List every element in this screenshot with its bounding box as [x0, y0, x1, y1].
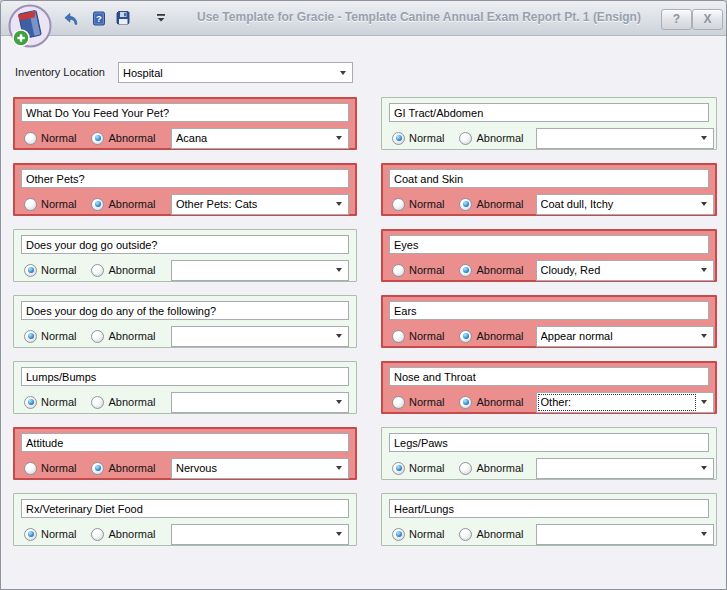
abnormal-radio-label: Abnormal	[108, 330, 155, 342]
value-combobox[interactable]	[536, 128, 714, 149]
normal-radio-label: Normal	[409, 198, 444, 210]
panel-title-field[interactable]	[389, 103, 709, 122]
normal-radio[interactable]	[392, 132, 405, 145]
app-icon	[7, 3, 53, 49]
normal-radio[interactable]	[392, 528, 405, 541]
abnormal-radio-label: Abnormal	[108, 198, 155, 210]
value-combobox[interactable]: Other:	[536, 392, 714, 413]
normal-radio[interactable]	[392, 462, 405, 475]
normal-radio[interactable]	[24, 396, 37, 409]
help-icon: ?	[91, 10, 107, 27]
normal-radio-label: Normal	[41, 528, 76, 540]
abnormal-radio[interactable]	[459, 264, 472, 277]
normal-radio-label: Normal	[41, 330, 76, 342]
value-combobox[interactable]: Nervous	[171, 458, 349, 479]
title-bar: Use Template for Gracie - Template Canin…	[1, 1, 726, 36]
exam-panel-other-pets: Normal Abnormal Other Pets: Cats	[13, 163, 357, 216]
value-combobox[interactable]: Appear normal	[536, 326, 714, 347]
normal-radio[interactable]	[392, 396, 405, 409]
normal-radio[interactable]	[24, 198, 37, 211]
normal-radio[interactable]	[392, 264, 405, 277]
panel-title-field[interactable]	[389, 367, 709, 386]
help-button[interactable]: ?	[89, 8, 109, 28]
right-column: Normal Abnormal Normal Abnormal	[381, 97, 717, 546]
value-combobox[interactable]: Other Pets: Cats	[171, 194, 349, 215]
normal-radio-label: Normal	[41, 264, 76, 276]
abnormal-radio[interactable]	[459, 132, 472, 145]
abnormal-radio[interactable]	[459, 330, 472, 343]
panel-title-field[interactable]	[389, 433, 709, 452]
abnormal-radio-label: Abnormal	[476, 396, 523, 408]
abnormal-radio[interactable]	[91, 264, 104, 277]
abnormal-radio[interactable]	[459, 396, 472, 409]
inventory-location-combobox[interactable]: Hospital	[118, 62, 353, 83]
exam-panel-ears: Normal Abnormal Appear normal	[381, 295, 717, 348]
normal-radio-label: Normal	[409, 462, 444, 474]
exam-panel-eyes: Normal Abnormal Cloudy, Red	[381, 229, 717, 282]
abnormal-radio[interactable]	[91, 528, 104, 541]
value-combobox[interactable]: Acana	[171, 128, 349, 149]
panel-title-field[interactable]	[21, 433, 349, 452]
value-combobox[interactable]	[171, 392, 349, 413]
exam-panel-grid: Normal Abnormal Acana Normal Abnormal	[13, 97, 717, 546]
chevron-down-icon	[336, 400, 342, 404]
toolbar-overflow-icon	[153, 10, 169, 26]
normal-radio-label: Normal	[409, 264, 444, 276]
abnormal-radio[interactable]	[459, 462, 472, 475]
exam-panel-coat-and-skin: Normal Abnormal Coat dull, Itchy	[381, 163, 717, 216]
chevron-down-icon	[701, 202, 707, 206]
combobox-value: Cloudy, Red	[541, 264, 701, 276]
abnormal-radio-label: Abnormal	[476, 528, 523, 540]
value-combobox[interactable]	[171, 326, 349, 347]
normal-radio[interactable]	[24, 528, 37, 541]
combobox-value: Coat dull, Itchy	[541, 198, 701, 210]
value-combobox[interactable]	[171, 524, 349, 545]
normal-radio[interactable]	[24, 132, 37, 145]
save-button[interactable]	[113, 8, 133, 28]
normal-radio[interactable]	[24, 330, 37, 343]
value-combobox[interactable]	[536, 458, 714, 479]
normal-radio[interactable]	[392, 330, 405, 343]
abnormal-radio[interactable]	[91, 132, 104, 145]
exam-panel-does-your-dog-go-outside: Normal Abnormal	[13, 229, 357, 282]
value-combobox[interactable]	[536, 524, 714, 545]
panel-title-field[interactable]	[21, 169, 349, 188]
value-combobox[interactable]: Cloudy, Red	[536, 260, 714, 281]
abnormal-radio[interactable]	[91, 396, 104, 409]
normal-radio[interactable]	[24, 264, 37, 277]
window-close-button[interactable]: X	[692, 9, 723, 30]
panel-title-field[interactable]	[21, 103, 349, 122]
toolbar-overflow-button[interactable]	[151, 8, 171, 28]
panel-title-field[interactable]	[389, 169, 709, 188]
value-combobox[interactable]: Coat dull, Itchy	[536, 194, 714, 215]
exam-panel-does-your-dog-do-any-of-the-following: Normal Abnormal	[13, 295, 357, 348]
save-icon	[115, 10, 131, 26]
panel-title-field[interactable]	[21, 235, 349, 254]
combobox-value: Acana	[176, 132, 336, 144]
value-combobox[interactable]	[171, 260, 349, 281]
left-column: Normal Abnormal Acana Normal Abnormal	[13, 97, 357, 546]
normal-radio[interactable]	[24, 462, 37, 475]
panel-title-field[interactable]	[21, 499, 349, 518]
abnormal-radio[interactable]	[91, 330, 104, 343]
chevron-down-icon	[336, 136, 342, 140]
abnormal-radio[interactable]	[91, 198, 104, 211]
panel-title-field[interactable]	[21, 367, 349, 386]
panel-title-field[interactable]	[389, 301, 709, 320]
abnormal-radio[interactable]	[459, 198, 472, 211]
combobox-value: Appear normal	[541, 330, 701, 342]
abnormal-radio[interactable]	[459, 528, 472, 541]
normal-radio-label: Normal	[41, 198, 76, 210]
normal-radio-label: Normal	[409, 528, 444, 540]
undo-button[interactable]	[61, 8, 81, 28]
panel-title-field[interactable]	[389, 235, 709, 254]
normal-radio[interactable]	[392, 198, 405, 211]
abnormal-radio-label: Abnormal	[476, 264, 523, 276]
abnormal-radio[interactable]	[91, 462, 104, 475]
chevron-down-icon	[336, 466, 342, 470]
chevron-down-icon	[701, 400, 707, 404]
panel-title-field[interactable]	[21, 301, 349, 320]
panel-title-field[interactable]	[389, 499, 709, 518]
window-help-button[interactable]: ?	[661, 9, 692, 30]
exam-panel-nose-and-throat: Normal Abnormal Other:	[381, 361, 717, 414]
